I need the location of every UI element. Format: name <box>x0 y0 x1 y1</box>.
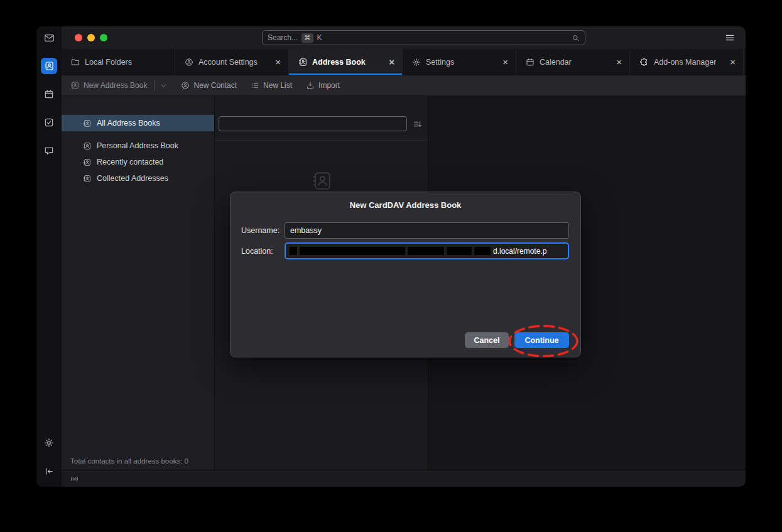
collapse-arrow-icon <box>45 467 54 476</box>
tab-bar: Local Folders Account Settings × Address… <box>62 49 746 75</box>
continue-button[interactable]: Continue <box>514 332 569 348</box>
tab-account-settings[interactable]: Account Settings × <box>175 49 289 75</box>
list-icon <box>251 81 259 90</box>
redaction-bar <box>447 247 472 255</box>
app-menu-button[interactable] <box>725 33 735 43</box>
collapse-rail-button[interactable] <box>41 463 57 479</box>
tab-close-icon[interactable]: × <box>274 57 282 67</box>
redaction-bar <box>474 247 491 255</box>
contacts-search-input[interactable] <box>219 116 407 131</box>
status-bar <box>62 470 746 487</box>
new-contact-label: New Contact <box>193 81 237 90</box>
total-contacts-status: Total contacts in all address books: 0 <box>70 457 188 465</box>
tab-addons-manager[interactable]: Add-ons Manager × <box>630 49 744 75</box>
gear-icon <box>44 438 54 448</box>
account-icon <box>185 58 193 67</box>
book-row-collected-addresses[interactable]: Collected Addresses <box>62 170 214 187</box>
dialog-title: New CardDAV Address Book <box>231 192 580 210</box>
address-book-icon <box>83 175 91 183</box>
settings-button[interactable] <box>41 435 57 451</box>
broadcast-status-icon[interactable] <box>70 474 79 484</box>
address-book-space-button[interactable] <box>41 58 57 74</box>
tab-close-icon[interactable]: × <box>615 57 623 67</box>
location-row: Location: d.local/remote.p <box>241 242 569 259</box>
import-label: Import <box>318 81 340 90</box>
redaction-bar <box>408 247 444 255</box>
location-visible-text: d.local/remote.p <box>493 247 546 256</box>
address-book-icon <box>83 119 91 128</box>
tab-close-icon[interactable]: × <box>729 57 737 67</box>
import-icon <box>306 81 315 90</box>
address-book-toolbar: New Address Book New Contact New List <box>62 75 746 96</box>
book-row-personal[interactable]: Personal Address Book <box>62 138 214 154</box>
tasks-space-button[interactable] <box>41 114 57 131</box>
mail-space-button[interactable] <box>41 30 57 46</box>
tab-label: Calendar <box>540 58 572 67</box>
new-list-button[interactable]: New List <box>251 81 292 90</box>
new-address-book-label: New Address Book <box>84 81 147 90</box>
address-book-icon <box>44 61 54 71</box>
address-book-icon <box>70 81 79 90</box>
search-icon <box>572 34 580 42</box>
tab-local-folders[interactable]: Local Folders <box>62 49 175 75</box>
cancel-button[interactable]: Cancel <box>465 332 509 348</box>
tasks-icon <box>44 117 54 128</box>
button-divider <box>154 80 155 90</box>
new-list-label: New List <box>263 81 292 90</box>
global-search-input[interactable]: Search... ⌘ K <box>262 30 585 45</box>
tab-label: Local Folders <box>85 58 132 67</box>
zoom-window-button[interactable] <box>100 34 107 41</box>
tab-label: Add-ons Manager <box>654 58 716 67</box>
tab-calendar[interactable]: Calendar × <box>516 49 630 75</box>
contacts-list-separator <box>215 140 428 141</box>
redaction-bar <box>290 247 297 255</box>
book-row-label: Personal Address Book <box>97 141 178 150</box>
gear-icon <box>412 58 421 67</box>
tab-settings[interactable]: Settings × <box>403 49 516 75</box>
new-carddav-dialog: New CardDAV Address Book Username: Locat… <box>230 192 581 357</box>
new-address-book-button[interactable]: New Address Book <box>70 80 167 90</box>
k-key-label: K <box>317 33 322 42</box>
username-input[interactable] <box>285 222 569 239</box>
new-contact-button[interactable]: New Contact <box>181 81 237 90</box>
tab-close-icon[interactable]: × <box>388 57 396 67</box>
addons-puzzle-icon <box>639 57 649 67</box>
new-contact-icon <box>181 81 190 90</box>
username-label: Username: <box>241 226 285 235</box>
tab-label: Account Settings <box>198 58 258 67</box>
minimize-window-button[interactable] <box>87 34 95 41</box>
redaction-bar <box>300 247 405 255</box>
dialog-buttons: Cancel Continue <box>465 332 569 348</box>
import-button[interactable]: Import <box>306 81 340 90</box>
chevron-down-icon[interactable] <box>160 82 167 89</box>
folder-icon <box>71 58 80 67</box>
display-options-button[interactable] <box>413 119 422 129</box>
contacts-list-header <box>215 96 428 131</box>
mail-icon <box>44 33 55 43</box>
calendar-space-button[interactable] <box>41 86 57 102</box>
address-books-pane: All Address Books Personal Address Book … <box>62 96 215 470</box>
tab-address-book[interactable]: Address Book × <box>289 49 403 75</box>
close-window-button[interactable] <box>75 34 82 41</box>
tab-close-icon[interactable]: × <box>501 57 509 67</box>
book-row-label: Recently contacted <box>97 158 163 166</box>
hamburger-icon <box>725 33 735 43</box>
location-label: Location: <box>241 247 285 256</box>
chat-space-button[interactable] <box>41 143 57 159</box>
empty-address-book-icon <box>311 170 332 192</box>
book-row-recently-contacted[interactable]: Recently contacted <box>62 154 214 170</box>
address-book-icon <box>298 58 307 67</box>
address-book-icon <box>83 158 91 166</box>
spaces-rail <box>36 26 62 487</box>
book-row-label: Collected Addresses <box>97 174 168 183</box>
tab-label: Settings <box>426 58 454 67</box>
username-row: Username: <box>241 222 569 239</box>
address-book-icon <box>83 142 91 150</box>
traffic-lights <box>75 34 107 41</box>
titlebar: Search... ⌘ K <box>62 26 746 49</box>
book-row-label: All Address Books <box>97 119 160 128</box>
cmd-key-badge: ⌘ <box>301 33 313 43</box>
calendar-icon <box>526 58 535 67</box>
location-input[interactable]: d.local/remote.p <box>285 242 569 259</box>
book-row-all-address-books[interactable]: All Address Books <box>62 115 214 131</box>
